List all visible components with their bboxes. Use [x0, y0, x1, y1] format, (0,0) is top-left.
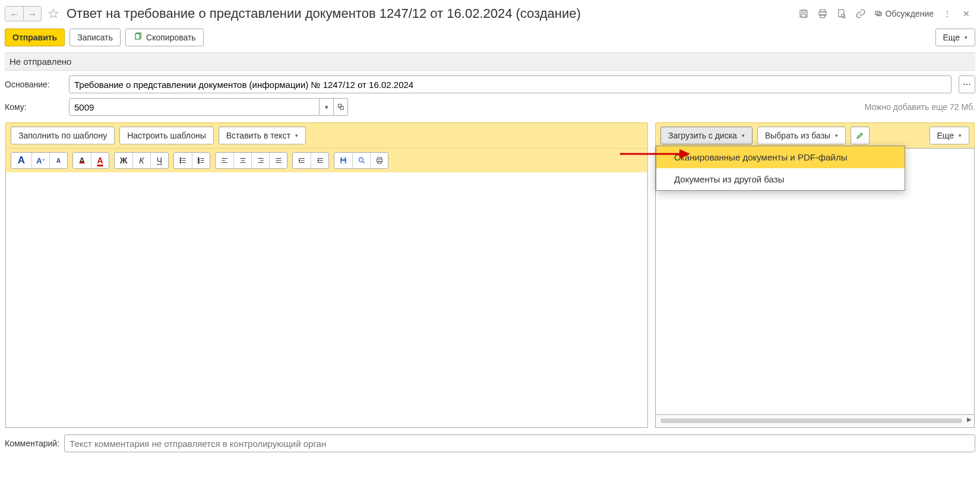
load-from-disk-label: Загрузить с диска	[668, 131, 737, 140]
preview-icon[interactable]	[833, 7, 851, 21]
comment-label: Комментарий:	[5, 439, 59, 448]
svg-rect-13	[338, 104, 341, 107]
discussion-label: Обсуждение	[885, 9, 934, 18]
svg-rect-14	[340, 106, 343, 109]
attachments-more-label: Еще	[937, 131, 954, 140]
size-hint: Можно добавить еще 72 Мб.	[865, 102, 975, 112]
basis-label: Основание:	[5, 80, 64, 89]
editor-format-toolbar: A A˅ A A A Ж К Ч 123	[5, 148, 648, 172]
link-icon[interactable]	[852, 7, 870, 21]
svg-rect-10	[875, 11, 880, 15]
floppy-icon	[339, 156, 347, 165]
favorite-star-icon[interactable]	[45, 7, 62, 21]
print-icon[interactable]	[814, 7, 832, 21]
forward-button[interactable]: →	[23, 7, 41, 21]
indent-decrease-button[interactable]	[311, 153, 328, 168]
print-icon	[375, 156, 384, 165]
more-button[interactable]: Еще ▾	[935, 29, 976, 46]
zoom-preview-button[interactable]	[352, 153, 370, 168]
save-button[interactable]: Записать	[69, 29, 121, 46]
print-toolbar-button[interactable]	[370, 153, 388, 168]
open-external-icon	[337, 103, 345, 111]
align-center-icon	[239, 156, 247, 165]
font-size-small-button[interactable]: A	[49, 153, 67, 168]
command-bar: Отправить Записать Скопировать Еще ▾	[5, 26, 975, 52]
fill-template-button[interactable]: Заполнить по шаблону	[11, 127, 115, 144]
indent-decrease-icon	[316, 156, 324, 165]
editor-cmd-toolbar: Заполнить по шаблону Настроить шаблоны В…	[5, 122, 648, 148]
svg-line-49	[362, 162, 364, 163]
comment-row: Комментарий:	[5, 434, 975, 452]
highlight-color-button[interactable]: A	[73, 153, 91, 168]
chat-icon	[874, 10, 883, 18]
list-numbered-icon: 123	[197, 156, 206, 165]
dropdown-item-other-base[interactable]: Документы из другой базы	[656, 168, 905, 190]
chevron-down-icon: ▾	[295, 133, 298, 138]
indent-increase-icon	[298, 156, 306, 165]
insert-text-button[interactable]: Вставить в текст ▾	[219, 127, 306, 144]
nav-group: ← →	[5, 6, 42, 21]
load-from-disk-button[interactable]: Загрузить с диска ▾	[660, 127, 753, 144]
save-icon[interactable]	[795, 7, 813, 21]
chevron-down-icon: ▾	[959, 133, 962, 138]
to-input[interactable]	[69, 98, 320, 116]
numbered-list-button[interactable]: 123	[192, 153, 210, 168]
font-decrease-button[interactable]: A˅	[31, 153, 49, 168]
edit-attachments-button[interactable]	[851, 127, 870, 144]
attachments-toolbar: Загрузить с диска ▾ Выбрать из базы ▾ Ещ…	[655, 122, 975, 148]
svg-rect-46	[342, 158, 345, 159]
to-open-button[interactable]	[334, 98, 348, 116]
svg-point-19	[180, 162, 181, 163]
svg-rect-47	[342, 161, 345, 163]
insert-text-label: Вставить в текст	[226, 131, 290, 140]
font-color-button[interactable]: A	[91, 153, 109, 168]
underline-button[interactable]: Ч	[150, 153, 168, 168]
choose-from-base-button[interactable]: Выбрать из базы ▾	[757, 127, 846, 144]
kebab-menu-icon[interactable]: ⋮	[938, 7, 956, 21]
red-arrow-annotation	[620, 147, 691, 163]
discussion-link[interactable]: Обсуждение	[874, 9, 934, 18]
basis-input[interactable]	[69, 75, 951, 93]
align-justify-button[interactable]	[269, 153, 287, 168]
align-left-icon	[220, 156, 229, 165]
svg-marker-0	[49, 10, 58, 18]
copy-button[interactable]: Скопировать	[125, 29, 204, 46]
align-right-button[interactable]	[251, 153, 269, 168]
svg-line-9	[845, 17, 846, 18]
more-button-label: Еще	[943, 33, 960, 42]
dropdown-item-scanned-pdf[interactable]: Сканированные документы и PDF-файлы	[656, 146, 905, 168]
font-increase-button[interactable]: A	[11, 153, 31, 168]
rich-text-editor[interactable]	[5, 172, 648, 428]
basis-open-button[interactable]: ⋯	[959, 75, 975, 93]
svg-text:3: 3	[198, 161, 200, 164]
attachments-scrollbar[interactable]	[655, 415, 975, 428]
svg-rect-52	[378, 161, 381, 163]
bold-button[interactable]: Ж	[115, 153, 132, 168]
close-icon[interactable]: ✕	[957, 7, 975, 21]
svg-rect-2	[802, 10, 805, 12]
back-button[interactable]: ←	[5, 7, 23, 21]
svg-rect-3	[802, 14, 807, 17]
indent-increase-button[interactable]	[293, 153, 311, 168]
italic-button[interactable]: К	[132, 153, 150, 168]
to-label: Кому:	[5, 102, 64, 112]
svg-rect-12	[135, 33, 140, 39]
split-panes: Заполнить по шаблону Настроить шаблоны В…	[5, 122, 975, 429]
send-button[interactable]: Отправить	[5, 29, 65, 46]
basis-row: Основание: ⋯	[5, 71, 975, 93]
svg-rect-11	[877, 12, 882, 15]
attachments-more-button[interactable]: Еще ▾	[930, 127, 970, 144]
disk-save-button[interactable]	[334, 153, 352, 168]
to-dropdown-button[interactable]: ▾	[320, 98, 334, 116]
magnifier-icon	[358, 156, 366, 165]
to-row: Кому: ▾ Можно добавить еще 72 Мб.	[5, 93, 975, 116]
title-bar: ← → Ответ на требование о представлении …	[5, 5, 975, 26]
pencil-icon	[856, 131, 864, 140]
comment-input[interactable]	[64, 434, 975, 452]
align-center-button[interactable]	[233, 153, 251, 168]
bullet-list-button[interactable]	[174, 153, 192, 168]
page-title: Ответ на требование о представлении доку…	[67, 6, 581, 21]
align-left-button[interactable]	[216, 153, 233, 168]
svg-point-17	[180, 160, 181, 161]
setup-templates-button[interactable]: Настроить шаблоны	[119, 127, 214, 144]
